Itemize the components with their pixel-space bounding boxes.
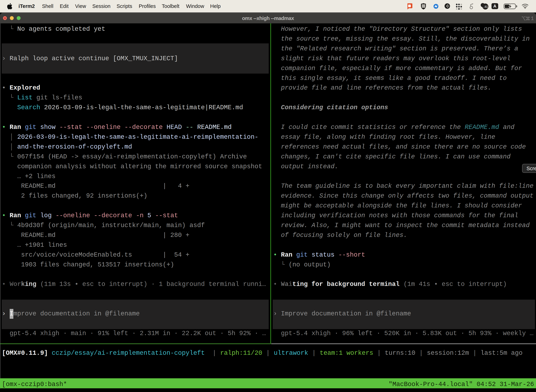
svg-text:..61: ..61 [483, 5, 488, 8]
